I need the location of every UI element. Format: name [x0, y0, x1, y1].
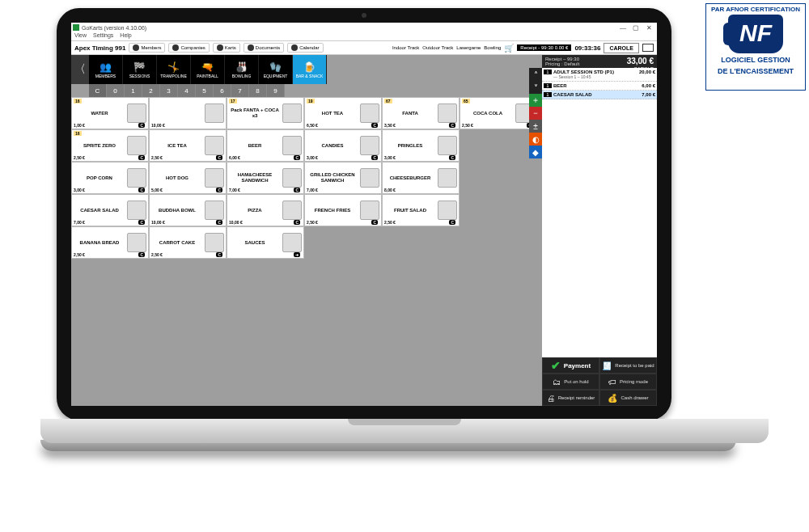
product-tile[interactable]: HAM&CHEESE SANDWICH7,00 €C: [227, 162, 304, 194]
nf-logo: NF: [728, 15, 783, 53]
product-tile[interactable]: FRUIT SALAD2,50 €C: [382, 194, 460, 226]
line-tag-icon[interactable]: ◆: [529, 146, 542, 158]
window-close[interactable]: ✕: [642, 24, 655, 32]
app-screen: GoKarts (version 4.10.06) — ▢ ✕ View Set…: [71, 23, 657, 406]
operator-button[interactable]: CAROLE: [604, 43, 639, 53]
track-bowling[interactable]: Bowling: [484, 45, 501, 50]
product-tile[interactable]: BUDDHA BOWL10,00 €C: [149, 194, 227, 226]
receipt-icon: 🧾: [602, 361, 612, 370]
clock: 09:33:36: [574, 44, 600, 52]
tile-name: HAM&CHEESE SANDWICH: [227, 172, 282, 183]
numpad-3[interactable]: 3: [160, 84, 178, 97]
category-bar-snack[interactable]: 🍺BAR & SNACK: [293, 55, 327, 84]
product-tile[interactable]: FRENCH FRIES2,50 €C: [304, 194, 382, 226]
line-label: BEER: [553, 83, 640, 88]
numpad-7[interactable]: 7: [231, 84, 249, 97]
category-members[interactable]: 👥MEMBERS: [89, 55, 123, 84]
category-icon: 🧤: [269, 61, 282, 73]
numpad-4[interactable]: 4: [178, 84, 196, 97]
numpad-9[interactable]: 9: [267, 84, 285, 97]
product-tile[interactable]: CHEESEBURGER8,00 €: [382, 162, 460, 194]
receipt-line[interactable]: 1BEER6,00 €: [542, 82, 657, 91]
numpad-8[interactable]: 8: [249, 84, 267, 97]
window-minimize[interactable]: —: [616, 24, 629, 32]
category-icon: 👥: [100, 61, 112, 73]
product-tile[interactable]: CARROT CAKE2,50 €C: [149, 226, 227, 259]
tile-image: [205, 201, 224, 220]
nf-sub2: DE L'ENCAISSEMENT: [708, 68, 803, 76]
put-on-hold-button[interactable]: 🗂Put on hold: [542, 374, 599, 390]
receipt-chip[interactable]: Receipt - 99:30 0.00 €: [517, 44, 571, 51]
product-tile[interactable]: ICE TEA2,50 €C: [149, 129, 227, 162]
tile-image: [282, 168, 302, 188]
product-tile[interactable]: 16WATER1,00 €C: [71, 97, 149, 129]
window-maximize[interactable]: ▢: [629, 24, 642, 32]
numpad-0[interactable]: 0: [107, 84, 125, 97]
line-remove-icon[interactable]: －: [529, 107, 542, 120]
product-tile[interactable]: SAUCES➜: [227, 226, 304, 259]
product-tile[interactable]: 65COCA COLA2,50 €C: [460, 97, 537, 129]
line-clock-icon[interactable]: ◐: [529, 133, 542, 146]
menu-settings[interactable]: Settings: [93, 32, 113, 40]
product-tile[interactable]: 67FANTA3,50 €C: [382, 97, 460, 129]
product-tile[interactable]: 10,00 €: [149, 97, 227, 129]
product-tile[interactable]: BANANA BREAD2,50 €C: [71, 226, 149, 259]
receipt-to-paid-button[interactable]: 🧾Receipt to be paid: [599, 357, 657, 374]
numpad-2[interactable]: 2: [142, 84, 160, 97]
tb-karts[interactable]: Karts: [213, 43, 240, 53]
tile-price: 3,50 €: [384, 123, 396, 128]
numpad-5[interactable]: 5: [196, 84, 214, 97]
tb-members[interactable]: Members: [129, 43, 165, 53]
payment-button[interactable]: ✔Payment: [542, 357, 599, 374]
category-paintball[interactable]: 🔫PAINTBALL: [191, 55, 225, 84]
tb-companies[interactable]: Companies: [168, 43, 209, 53]
line-split-icon[interactable]: ±: [529, 120, 542, 133]
menu-help[interactable]: Help: [120, 32, 131, 40]
tile-index: 16: [74, 99, 82, 103]
track-indoor[interactable]: Indoor Track: [392, 45, 419, 50]
product-tile[interactable]: 19HOT TEA6,50 €C: [304, 97, 382, 129]
numpad-6[interactable]: 6: [214, 84, 231, 97]
product-tile[interactable]: PIZZA10,00 €C: [227, 194, 304, 226]
menu-view[interactable]: View: [74, 32, 87, 40]
category-equipment[interactable]: 🧤EQUIPMENT: [259, 55, 293, 84]
receipt-header: Receipt – 99:30 Pricing : Default 33,00 …: [542, 55, 657, 68]
track-laser[interactable]: Lasergame: [456, 45, 481, 50]
cart-icon[interactable]: 🛒: [504, 44, 514, 53]
line-qty: 1: [544, 70, 552, 74]
track-outdoor[interactable]: Outdoor Track: [422, 45, 453, 50]
laptop-base: [40, 419, 769, 443]
cash-drawer-button[interactable]: 💰Cash drawer: [599, 390, 657, 406]
mail-icon[interactable]: [642, 44, 654, 52]
product-tile[interactable]: POP CORN3,00 €C: [71, 162, 149, 194]
line-down-icon[interactable]: ˅: [529, 81, 542, 94]
tile-name: ICE TEA: [150, 143, 205, 149]
numpad-C[interactable]: C: [89, 84, 107, 97]
receipt-line[interactable]: 1CAESAR SALAD7,00 €: [542, 91, 657, 99]
line-up-icon[interactable]: ˄: [529, 68, 542, 81]
product-tile[interactable]: 17Pack FANTA + COCA x3: [227, 97, 304, 129]
tb-documents[interactable]: Documents: [244, 43, 284, 53]
product-tile[interactable]: GRILLED CHICKEN SANWICH7,00 €: [304, 162, 382, 194]
category-trampoline[interactable]: 🤸TRAMPOLINE: [157, 55, 191, 84]
receipt-reminder-button[interactable]: 🖨Receipt reminder: [542, 390, 599, 406]
product-tile[interactable]: HOT DOG5,00 €C: [149, 162, 227, 194]
line-add-icon[interactable]: ＋: [529, 94, 542, 107]
window-title: GoKarts (version 4.10.06): [82, 25, 146, 31]
category-bowling[interactable]: 🎳BOWLING: [225, 55, 259, 84]
product-tile[interactable]: CANDIES3,00 €C: [304, 129, 382, 162]
tile-stock: ➜: [294, 252, 300, 257]
tile-name: CAESAR SALAD: [72, 208, 127, 213]
tile-price: 10,00 €: [151, 220, 165, 225]
cat-prev[interactable]: 〈: [71, 55, 89, 84]
receipt-line[interactable]: 1ADULT SESSION STD (P1)— Session 1 – 10:…: [542, 68, 657, 82]
pricing-mode-button[interactable]: 🏷Pricing mode: [599, 374, 657, 390]
product-tile[interactable]: 16SPRITE ZERO2,50 €C: [71, 129, 149, 162]
numpad-1[interactable]: 1: [125, 84, 142, 97]
tile-image: [282, 201, 302, 220]
tb-calendar[interactable]: Calendar: [287, 43, 323, 53]
product-tile[interactable]: BEER6,00 €C: [227, 129, 304, 162]
product-tile[interactable]: CAESAR SALAD7,00 €C: [71, 194, 149, 226]
product-tile[interactable]: PRINGLES3,00 €C: [382, 129, 460, 162]
category-sessions[interactable]: 🏁SESSIONS: [123, 55, 157, 84]
